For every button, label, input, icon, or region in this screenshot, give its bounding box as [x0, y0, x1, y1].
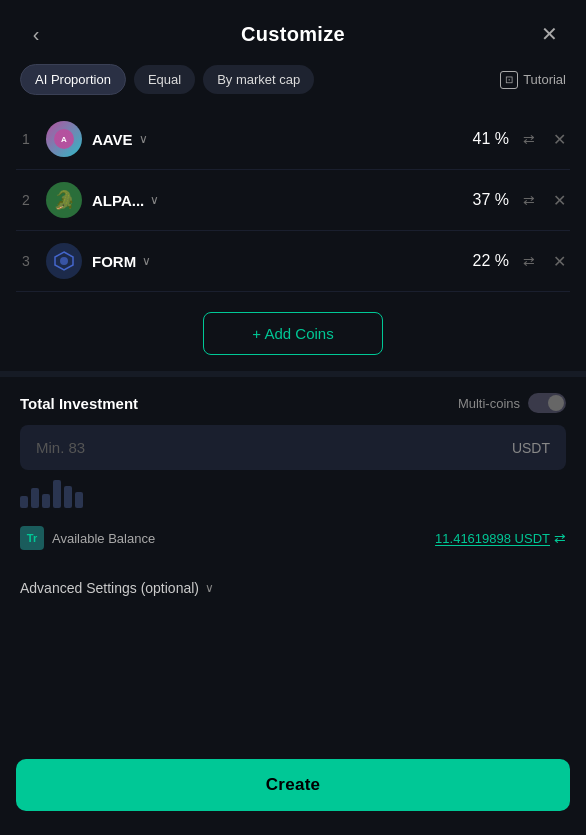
coin-index-2: 2 [16, 192, 36, 208]
remove-coin-3[interactable]: ✕ [549, 248, 570, 275]
chevron-down-icon-advanced: ∨ [205, 581, 214, 595]
screen: ‹ Customize ✕ AI Proportion Equal By mar… [0, 0, 586, 835]
table-row: 3 FORM ∨ 22 % ⇄ ✕ [16, 231, 570, 292]
svg-text:A: A [61, 135, 67, 144]
svg-point-3 [60, 257, 68, 265]
coin-name-area-aave[interactable]: AAVE ∨ [92, 131, 449, 148]
multi-coins-label: Multi-coins [458, 396, 520, 411]
bar-1 [20, 496, 28, 508]
header: ‹ Customize ✕ [0, 0, 586, 64]
avatar-alpa: 🐊 [46, 182, 82, 218]
bar-4 [53, 480, 61, 508]
avatar-aave: A [46, 121, 82, 157]
table-row: 2 🐊 ALPA... ∨ 37 % ⇄ ✕ [16, 170, 570, 231]
avail-left: Tr Available Balance [20, 526, 155, 550]
advanced-settings[interactable]: Advanced Settings (optional) ∨ [0, 570, 586, 604]
avatar-form [46, 243, 82, 279]
refresh-icon[interactable]: ⇄ [554, 530, 566, 546]
available-balance-row: Tr Available Balance 11.41619898 USDT ⇄ [20, 516, 566, 554]
available-balance-amount: 11.41619898 USDT [435, 531, 550, 546]
tab-ai-proportion[interactable]: AI Proportion [20, 64, 126, 95]
tab-by-market-cap[interactable]: By market cap [203, 65, 314, 94]
table-row: 1 A AAVE ∨ 41 % ⇄ ✕ [16, 109, 570, 170]
investment-label: Total Investment [20, 395, 138, 412]
coin-index-1: 1 [16, 131, 36, 147]
remove-coin-2[interactable]: ✕ [549, 187, 570, 214]
bar-2 [31, 488, 39, 508]
multi-coins-toggle[interactable] [528, 393, 566, 413]
page-title: Customize [241, 23, 345, 46]
bar-6 [75, 492, 83, 508]
investment-currency: USDT [512, 440, 550, 456]
toggle-knob [548, 395, 564, 411]
tutorial-button[interactable]: ⊡ Tutorial [500, 71, 566, 89]
coin-name-2: ALPA... [92, 192, 144, 209]
investment-header: Total Investment Multi-coins [20, 393, 566, 413]
available-balance-label: Available Balance [52, 531, 155, 546]
coin-name-3: FORM [92, 253, 136, 270]
multi-coins-area: Multi-coins [458, 393, 566, 413]
coin-pct-3: 22 % [459, 252, 509, 270]
close-button[interactable]: ✕ [534, 18, 566, 50]
create-btn-wrap: Create [0, 751, 586, 835]
chevron-down-icon-3: ∨ [142, 254, 151, 268]
advanced-settings-label: Advanced Settings (optional) [20, 580, 199, 596]
coin-name-1: AAVE [92, 131, 133, 148]
tab-equal[interactable]: Equal [134, 65, 195, 94]
slider-icon-1[interactable]: ⇄ [519, 127, 539, 151]
tutorial-icon: ⊡ [500, 71, 518, 89]
bar-3 [42, 494, 50, 508]
coin-pct-1: 41 % [459, 130, 509, 148]
investment-input[interactable]: Min. 83 [36, 439, 512, 456]
tr-icon: Tr [20, 526, 44, 550]
investment-input-wrap: Min. 83 USDT [20, 425, 566, 470]
create-button[interactable]: Create [16, 759, 570, 811]
add-coins-area: + Add Coins [0, 292, 586, 371]
coin-index-3: 3 [16, 253, 36, 269]
bar-chart [20, 480, 566, 516]
chevron-down-icon-2: ∨ [150, 193, 159, 207]
investment-section: Total Investment Multi-coins Min. 83 USD… [0, 377, 586, 570]
remove-coin-1[interactable]: ✕ [549, 126, 570, 153]
add-coins-button[interactable]: + Add Coins [203, 312, 382, 355]
avail-right: 11.41619898 USDT ⇄ [435, 530, 566, 546]
coin-pct-2: 37 % [459, 191, 509, 209]
slider-icon-2[interactable]: ⇄ [519, 188, 539, 212]
bar-5 [64, 486, 72, 508]
tab-bar: AI Proportion Equal By market cap ⊡ Tuto… [0, 64, 586, 109]
coin-list: 1 A AAVE ∨ 41 % ⇄ ✕ 2 🐊 ALPA [0, 109, 586, 292]
back-button[interactable]: ‹ [20, 18, 52, 50]
coin-name-area-form[interactable]: FORM ∨ [92, 253, 449, 270]
slider-icon-3[interactable]: ⇄ [519, 249, 539, 273]
coin-name-area-alpa[interactable]: ALPA... ∨ [92, 192, 449, 209]
chevron-down-icon-1: ∨ [139, 132, 148, 146]
